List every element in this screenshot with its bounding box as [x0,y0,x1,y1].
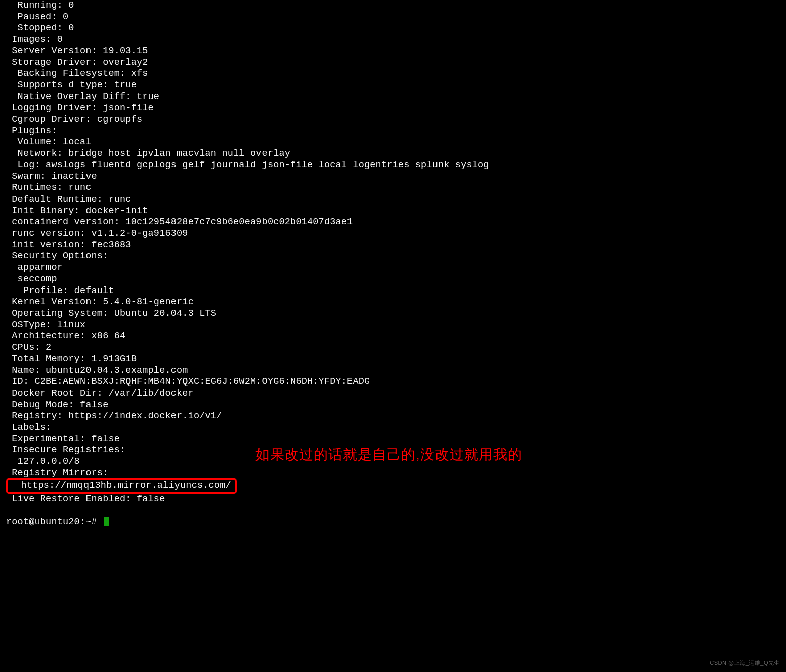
out-cpus: CPUs: 2 [6,342,780,354]
out-seccomp: seccomp [6,274,780,285]
out-stopped: Stopped: 0 [6,23,780,34]
out-plugins: Plugins: [6,126,780,137]
csdn-watermark: CSDN @上海_运维_Q先生 [710,657,780,669]
out-kernel-version: Kernel Version: 5.4.0-81-generic [6,297,780,308]
out-native-overlay: Native Overlay Diff: true [6,91,780,103]
out-profile: Profile: default [6,285,780,297]
out-containerd-version: containerd version: 10c12954828e7c7c9b6e… [6,217,780,228]
out-cgroup-driver: Cgroup Driver: cgroupfs [6,114,780,126]
out-logging-driver: Logging Driver: json-file [6,103,780,114]
out-runc-version: runc version: v1.1.2-0-ga916309 [6,228,780,240]
out-mirror-entry: https://nmqq13hb.mirror.aliyuncs.com/ [10,480,231,491]
highlight-box: https://nmqq13hb.mirror.aliyuncs.com/ [6,478,237,494]
out-apparmor: apparmor [6,262,780,274]
out-log: Log: awslogs fluentd gcplogs gelf journa… [6,160,780,171]
out-volume: Volume: local [6,137,780,148]
out-operating-system: Operating System: Ubuntu 20.04.3 LTS [6,308,780,320]
out-ostype: OSType: linux [6,320,780,331]
out-name: Name: ubuntu20.04.3.example.com [6,365,780,377]
out-running: Running: 0 [6,0,780,12]
out-experimental: Experimental: false [6,434,780,445]
out-supports-dtype: Supports d_type: true [6,80,780,91]
out-init-version: init version: fec3683 [6,240,780,251]
out-network: Network: bridge host ipvlan macvlan null… [6,148,780,160]
out-security-options: Security Options: [6,251,780,262]
out-runtimes: Runtimes: runc [6,182,780,194]
out-backing-fs: Backing Filesystem: xfs [6,68,780,80]
blank-line [6,505,780,517]
out-total-memory: Total Memory: 1.913GiB [6,354,780,365]
out-init-binary: Init Binary: docker-init [6,206,780,217]
out-mirror-entry-row: https://nmqq13hb.mirror.aliyuncs.com/ [6,479,780,494]
out-debug-mode: Debug Mode: false [6,400,780,411]
cursor-icon [104,517,109,526]
red-annotation-text: 如果改过的话就是自己的,没改过就用我的 [255,449,522,461]
out-labels: Labels: [6,422,780,434]
out-default-runtime: Default Runtime: runc [6,194,780,206]
shell-prompt: root@ubuntu20:~# [6,517,103,527]
out-paused: Paused: 0 [6,12,780,23]
out-architecture: Architecture: x86_64 [6,331,780,342]
out-docker-root-dir: Docker Root Dir: /var/lib/docker [6,388,780,400]
out-registry-mirrors: Registry Mirrors: [6,468,780,479]
out-swarm: Swarm: inactive [6,171,780,183]
out-id: ID: C2BE:AEWN:BSXJ:RQHF:MB4N:YQXC:EG6J:6… [6,376,780,388]
out-storage-driver: Storage Driver: overlay2 [6,57,780,69]
out-server-version: Server Version: 19.03.15 [6,46,780,57]
terminal-window[interactable]: Running: 0 Paused: 0 Stopped: 0 Images: … [0,0,786,672]
out-registry: Registry: https://index.docker.io/v1/ [6,411,780,422]
prompt-line[interactable]: root@ubuntu20:~# [6,517,780,528]
out-live-restore: Live Restore Enabled: false [6,494,780,505]
out-images: Images: 0 [6,34,780,46]
